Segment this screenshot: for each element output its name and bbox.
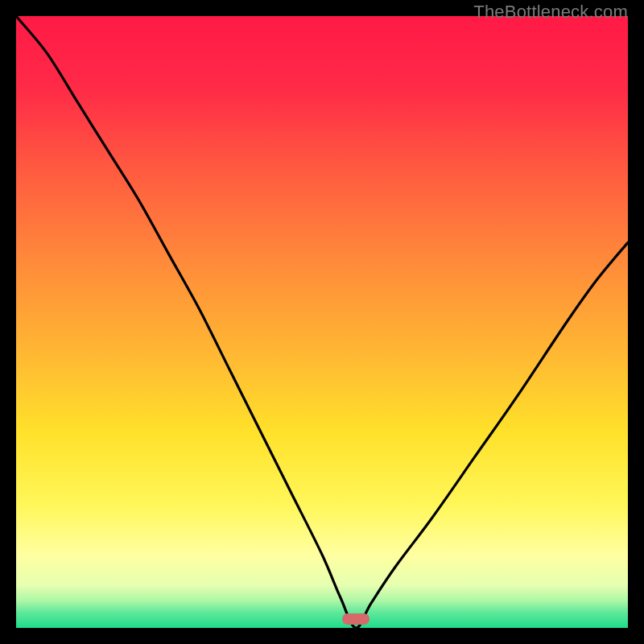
chart-stage: TheBottleneck.com [0, 0, 644, 644]
plot-area [16, 16, 628, 628]
optimum-marker [342, 613, 369, 625]
watermark-label: TheBottleneck.com [473, 2, 628, 23]
bottleneck-curve [16, 16, 628, 628]
